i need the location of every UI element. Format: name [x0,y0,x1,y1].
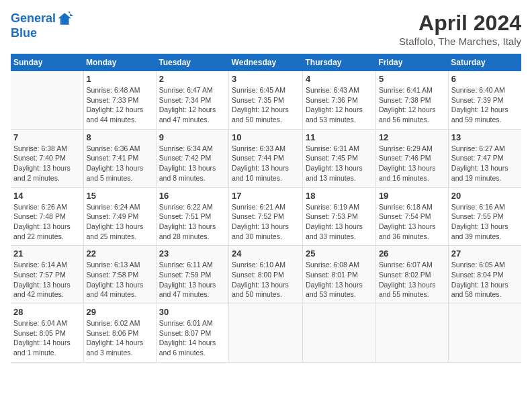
day-number: 18 [306,191,373,201]
day-number: 15 [87,191,153,201]
calendar-cell: 19Sunrise: 6:18 AM Sunset: 7:54 PM Dayli… [375,187,448,246]
day-number: 13 [451,132,519,142]
day-info: Sunrise: 6:05 AM Sunset: 8:04 PM Dayligh… [451,260,519,300]
day-info: Sunrise: 6:13 AM Sunset: 7:58 PM Dayligh… [87,260,153,300]
calendar-cell [229,304,303,363]
day-number: 20 [451,191,519,201]
day-info: Sunrise: 6:21 AM Sunset: 7:52 PM Dayligh… [232,202,300,242]
day-number: 12 [379,132,445,142]
calendar-week-row: 28Sunrise: 6:04 AM Sunset: 8:05 PM Dayli… [11,304,521,363]
calendar-cell: 15Sunrise: 6:24 AM Sunset: 7:49 PM Dayli… [83,187,156,246]
calendar-cell [303,304,376,363]
day-info: Sunrise: 6:48 AM Sunset: 7:33 PM Dayligh… [87,85,153,125]
calendar-cell: 18Sunrise: 6:19 AM Sunset: 7:53 PM Dayli… [303,187,376,246]
calendar-cell: 7Sunrise: 6:38 AM Sunset: 7:40 PM Daylig… [11,129,83,187]
calendar-cell: 20Sunrise: 6:16 AM Sunset: 7:55 PM Dayli… [448,187,521,246]
day-info: Sunrise: 6:04 AM Sunset: 8:05 PM Dayligh… [13,318,81,358]
day-info: Sunrise: 6:43 AM Sunset: 7:36 PM Dayligh… [306,85,373,125]
logo-icon [57,11,73,27]
calendar-cell: 22Sunrise: 6:13 AM Sunset: 7:58 PM Dayli… [83,246,156,304]
day-number: 17 [232,191,300,201]
day-info: Sunrise: 6:01 AM Sunset: 8:07 PM Dayligh… [159,318,226,358]
day-number: 3 [232,74,300,84]
day-info: Sunrise: 6:02 AM Sunset: 8:06 PM Dayligh… [87,318,153,358]
calendar-cell: 27Sunrise: 6:05 AM Sunset: 8:04 PM Dayli… [448,246,521,304]
calendar-cell: 14Sunrise: 6:26 AM Sunset: 7:48 PM Dayli… [11,187,83,246]
day-number: 25 [306,248,373,259]
day-info: Sunrise: 6:11 AM Sunset: 7:59 PM Dayligh… [159,260,226,300]
title-section: April 2024 Staffolo, The Marches, Italy [399,11,521,47]
calendar-cell: 13Sunrise: 6:27 AM Sunset: 7:47 PM Dayli… [448,129,521,187]
day-number: 4 [306,74,373,84]
calendar-cell: 30Sunrise: 6:01 AM Sunset: 8:07 PM Dayli… [156,304,228,363]
day-info: Sunrise: 6:29 AM Sunset: 7:46 PM Dayligh… [379,144,445,183]
day-info: Sunrise: 6:40 AM Sunset: 7:39 PM Dayligh… [451,85,519,125]
day-info: Sunrise: 6:31 AM Sunset: 7:45 PM Dayligh… [306,144,373,183]
day-number: 22 [87,248,153,259]
day-number: 29 [87,307,153,317]
weekday-header-tuesday: Tuesday [156,54,228,71]
day-info: Sunrise: 6:10 AM Sunset: 8:00 PM Dayligh… [232,260,300,300]
calendar-cell: 8Sunrise: 6:36 AM Sunset: 7:41 PM Daylig… [83,129,156,187]
day-info: Sunrise: 6:34 AM Sunset: 7:42 PM Dayligh… [159,144,226,183]
day-number: 23 [159,248,226,259]
logo: General Blue [11,11,73,40]
calendar-cell: 16Sunrise: 6:22 AM Sunset: 7:51 PM Dayli… [156,187,228,246]
calendar-cell [375,304,448,363]
day-number: 26 [379,248,445,259]
calendar-cell: 21Sunrise: 6:14 AM Sunset: 7:57 PM Dayli… [11,246,83,304]
weekday-header-monday: Monday [83,54,156,71]
weekday-header-thursday: Thursday [303,54,376,71]
calendar-cell: 29Sunrise: 6:02 AM Sunset: 8:06 PM Dayli… [83,304,156,363]
day-info: Sunrise: 6:26 AM Sunset: 7:48 PM Dayligh… [13,202,81,242]
calendar-cell: 11Sunrise: 6:31 AM Sunset: 7:45 PM Dayli… [303,129,376,187]
calendar-cell: 28Sunrise: 6:04 AM Sunset: 8:05 PM Dayli… [11,304,83,363]
day-number: 2 [159,74,226,84]
calendar-cell: 25Sunrise: 6:08 AM Sunset: 8:01 PM Dayli… [303,246,376,304]
calendar-week-row: 21Sunrise: 6:14 AM Sunset: 7:57 PM Dayli… [11,246,521,304]
calendar-cell: 12Sunrise: 6:29 AM Sunset: 7:46 PM Dayli… [375,129,448,187]
calendar-cell: 9Sunrise: 6:34 AM Sunset: 7:42 PM Daylig… [156,129,228,187]
day-number: 9 [159,132,226,142]
calendar-cell [11,71,83,129]
calendar-table: SundayMondayTuesdayWednesdayThursdayFrid… [11,54,521,363]
day-info: Sunrise: 6:38 AM Sunset: 7:40 PM Dayligh… [13,144,81,183]
day-number: 8 [87,132,153,142]
day-info: Sunrise: 6:24 AM Sunset: 7:49 PM Dayligh… [87,202,153,242]
day-info: Sunrise: 6:19 AM Sunset: 7:53 PM Dayligh… [306,202,373,242]
day-number: 7 [13,132,81,142]
weekday-header-sunday: Sunday [11,54,83,71]
day-number: 19 [379,191,445,201]
day-info: Sunrise: 6:45 AM Sunset: 7:35 PM Dayligh… [232,85,300,125]
calendar-cell: 6Sunrise: 6:40 AM Sunset: 7:39 PM Daylig… [448,71,521,129]
calendar-week-row: 1Sunrise: 6:48 AM Sunset: 7:33 PM Daylig… [11,71,521,129]
page-header: General Blue April 2024 Staffolo, The Ma… [11,11,521,47]
day-number: 11 [306,132,373,142]
calendar-week-row: 7Sunrise: 6:38 AM Sunset: 7:40 PM Daylig… [11,129,521,187]
day-number: 28 [13,307,81,317]
day-info: Sunrise: 6:16 AM Sunset: 7:55 PM Dayligh… [451,202,519,242]
day-number: 14 [13,191,81,201]
day-info: Sunrise: 6:36 AM Sunset: 7:41 PM Dayligh… [87,144,153,183]
day-number: 16 [159,191,226,201]
day-info: Sunrise: 6:08 AM Sunset: 8:01 PM Dayligh… [306,260,373,300]
day-number: 5 [379,74,445,84]
day-info: Sunrise: 6:07 AM Sunset: 8:02 PM Dayligh… [379,260,445,300]
day-number: 21 [13,248,81,259]
svg-marker-0 [58,13,71,25]
calendar-cell: 1Sunrise: 6:48 AM Sunset: 7:33 PM Daylig… [83,71,156,129]
day-info: Sunrise: 6:47 AM Sunset: 7:34 PM Dayligh… [159,85,226,125]
logo-blue-text: Blue [11,26,37,40]
day-info: Sunrise: 6:27 AM Sunset: 7:47 PM Dayligh… [451,144,519,183]
weekday-header-saturday: Saturday [448,54,521,71]
calendar-cell [448,304,521,363]
logo-text: General [11,12,56,26]
day-number: 1 [87,74,153,84]
weekday-header-friday: Friday [375,54,448,71]
calendar-cell: 3Sunrise: 6:45 AM Sunset: 7:35 PM Daylig… [229,71,303,129]
calendar-cell: 17Sunrise: 6:21 AM Sunset: 7:52 PM Dayli… [229,187,303,246]
day-info: Sunrise: 6:14 AM Sunset: 7:57 PM Dayligh… [13,260,81,300]
day-number: 6 [451,74,519,84]
svg-marker-1 [68,12,73,16]
calendar-header-row: SundayMondayTuesdayWednesdayThursdayFrid… [11,54,521,71]
